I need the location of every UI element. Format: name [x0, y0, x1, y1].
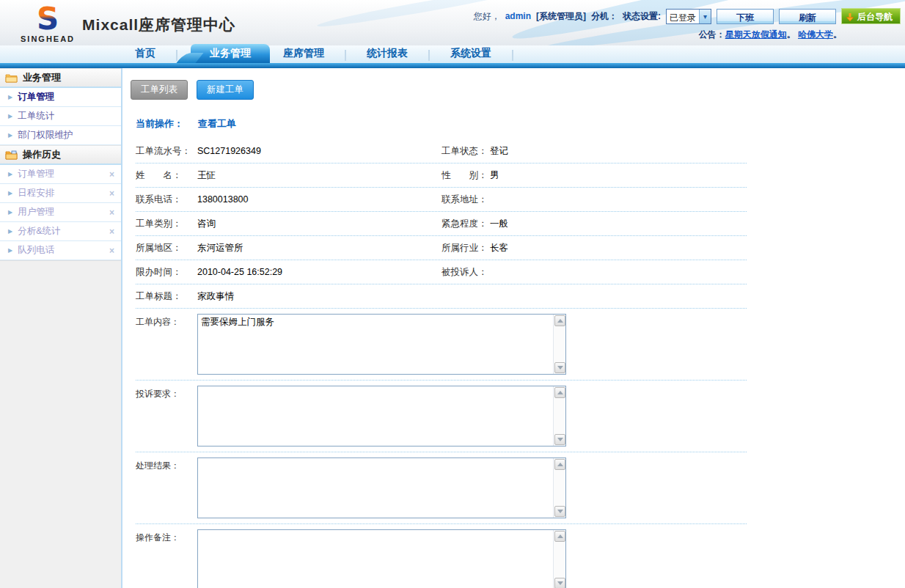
form-row: 操作备注： — [136, 524, 747, 588]
backstage-nav-label: 后台导航 — [857, 11, 893, 23]
announcement-bar: 公告：星期天放假通知。 哈佛大学。 — [699, 29, 842, 41]
complaint-request-textarea[interactable] — [198, 386, 553, 446]
offduty-button[interactable]: 下班 — [717, 9, 774, 24]
urgency-value: 一般 — [490, 218, 508, 229]
bullet-arrow-icon: ▶ — [8, 94, 12, 100]
scroll-up-icon[interactable] — [554, 459, 565, 470]
close-icon[interactable]: × — [109, 246, 114, 256]
form-row: 工单内容： 需要保姆上门服务 — [136, 309, 747, 381]
tab-separator — [176, 50, 177, 61]
backstage-nav-button[interactable]: 后台导航 — [841, 8, 901, 24]
scrollbar[interactable] — [553, 458, 565, 518]
scrollbar[interactable] — [553, 315, 565, 374]
tab-report[interactable]: 统计报表 — [356, 47, 418, 63]
field-label: 紧急程度： — [441, 218, 488, 229]
field-label: 投诉要求： — [136, 386, 197, 400]
close-icon[interactable]: × — [109, 207, 114, 218]
scroll-down-icon[interactable] — [554, 434, 565, 445]
announcement-dot: 。 — [833, 29, 842, 40]
sidebar-group-business[interactable]: 业务管理 — [0, 68, 121, 88]
sidebar-history-analysis[interactable]: ▶ 分析&统计 × — [0, 222, 121, 241]
industry-value: 长客 — [490, 243, 508, 253]
sidebar-history-order-mgmt[interactable]: ▶ 订单管理 × — [0, 165, 121, 184]
close-icon[interactable]: × — [109, 227, 114, 237]
sidebar-history-queue-calls[interactable]: ▶ 队列电话 × — [0, 241, 121, 260]
sidebar-group-history[interactable]: 操作历史 — [0, 145, 121, 165]
handle-result-textarea[interactable] — [198, 458, 553, 518]
svg-text:S: S — [37, 3, 59, 34]
sidebar-item-label: 日程安排 — [18, 187, 54, 199]
close-icon[interactable]: × — [109, 169, 114, 180]
scroll-down-icon[interactable] — [554, 362, 565, 373]
sidebar-item-label: 订单管理 — [18, 168, 54, 180]
announcement-link-2[interactable]: 哈佛大学 — [798, 29, 833, 40]
form-row: 限办时间： 2010-04-25 16:52:29 被投诉人： — [136, 260, 747, 284]
sidebar-item-label: 工单统计 — [18, 110, 54, 122]
status-select-value: 已登录 — [667, 10, 699, 23]
close-icon[interactable]: × — [109, 188, 114, 199]
scroll-down-icon[interactable] — [554, 578, 565, 588]
field-label: 姓 名： — [136, 169, 197, 182]
scroll-up-icon[interactable] — [554, 315, 565, 326]
chevron-down-icon[interactable]: ▾ — [699, 10, 711, 23]
field-label: 工单流水号： — [136, 145, 197, 158]
sidebar-item-label: 部门权限维护 — [18, 129, 73, 142]
sidebar-item-label: 队列电话 — [18, 244, 54, 257]
tab-seat[interactable]: 座席管理 — [273, 47, 334, 63]
worder-content-textarea[interactable]: 需要保姆上门服务 — [198, 315, 553, 374]
sidebar-item-worder-stats[interactable]: ▶ 工单统计 — [0, 107, 121, 126]
new-worder-button[interactable]: 新建工单 — [197, 80, 254, 100]
nav-underline-bar — [0, 63, 905, 68]
tab-business-active[interactable]: 业务管理 — [191, 44, 270, 63]
current-operation: 当前操作： 查看工单 — [131, 117, 905, 131]
scroll-down-icon[interactable] — [554, 506, 565, 517]
announcement-link-1[interactable]: 星期天放假通知 — [725, 29, 787, 40]
refresh-button[interactable]: 刷新 — [779, 9, 836, 24]
user-bar: 您好， admin [系统管理员] 分机： 状态设置: 已登录 ▾ 下班 刷新 … — [474, 8, 901, 24]
sidebar-item-order-mgmt[interactable]: ▶ 订单管理 — [0, 88, 121, 107]
announcement-dot: 。 — [787, 29, 796, 40]
form-row: 工单标题： 家政事情 — [136, 284, 747, 309]
current-operation-value: 查看工单 — [198, 118, 236, 129]
worder-form: 工单流水号： SC1271926349 工单状态： 登记 姓 名： 王怔 性 别… — [131, 139, 747, 588]
sidebar-history-schedule[interactable]: ▶ 日程安排 × — [0, 184, 121, 203]
tab-home[interactable]: 首页 — [125, 47, 166, 63]
complaint-request-field — [197, 386, 566, 446]
extension-label: 分机： — [591, 10, 618, 23]
tab-separator — [345, 50, 346, 61]
sidebar: 业务管理 ▶ 订单管理 ▶ 工单统计 ▶ 部门权限维护 操作历史 ▶ 订单管理 … — [0, 68, 122, 588]
main-nav: 首页 业务管理 座席管理 统计报表 系统设置 — [0, 45, 905, 63]
sidebar-item-dept-permission[interactable]: ▶ 部门权限维护 — [0, 126, 121, 145]
field-label: 处理结果： — [136, 457, 197, 472]
customer-name-value: 王怔 — [197, 169, 216, 182]
worder-content-field: 需要保姆上门服务 — [197, 314, 566, 375]
bullet-arrow-icon: ▶ — [8, 190, 12, 196]
worder-title-value: 家政事情 — [197, 290, 234, 303]
brand: S SINGHEAD Mixcall座席管理中心 — [21, 3, 235, 43]
sidebar-history-user-mgmt[interactable]: ▶ 用户管理 × — [0, 203, 121, 222]
worder-category-value: 咨询 — [197, 218, 216, 230]
form-row: 工单流水号： SC1271926349 工单状态： 登记 — [136, 139, 747, 163]
status-select[interactable]: 已登录 ▾ — [666, 9, 711, 24]
scroll-up-icon[interactable] — [554, 387, 565, 398]
scroll-up-icon[interactable] — [554, 531, 565, 542]
username: admin — [505, 11, 531, 21]
bullet-arrow-icon: ▶ — [8, 113, 12, 120]
current-operation-label: 当前操作： — [136, 118, 183, 129]
greeting-text: 您好， — [474, 10, 500, 23]
worder-list-button[interactable]: 工单列表 — [131, 80, 188, 100]
handle-result-field — [197, 457, 566, 518]
deadline-value: 2010-04-25 16:52:29 — [197, 267, 282, 277]
folder-icon — [5, 73, 18, 83]
form-row: 所属地区： 东河运管所 所属行业： 长客 — [136, 236, 747, 260]
sidebar-group-label: 操作历史 — [23, 148, 61, 161]
scrollbar[interactable] — [553, 530, 565, 588]
tab-system[interactable]: 系统设置 — [440, 47, 502, 63]
main-content: 工单列表 新建工单 当前操作： 查看工单 工单流水号： SC1271926349… — [122, 68, 905, 588]
operation-note-textarea[interactable] — [198, 530, 553, 588]
field-label: 联系电话： — [136, 194, 197, 206]
scrollbar[interactable] — [553, 386, 565, 446]
singhead-logo-icon: S — [31, 3, 65, 34]
field-label: 工单内容： — [136, 314, 197, 328]
form-row: 联系电话： 1380013800 联系地址： — [136, 188, 747, 212]
